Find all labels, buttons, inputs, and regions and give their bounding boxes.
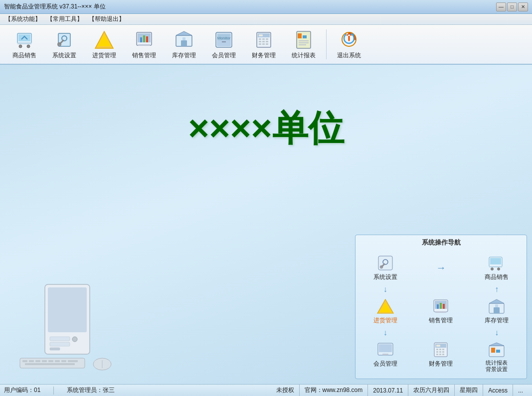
svg-rect-102 [491, 348, 495, 353]
nav-item-shopping[interactable]: 商品销售 [470, 251, 524, 284]
toolbar-btn-finance[interactable]: 财务管理 [244, 27, 283, 62]
toolbar-label-sales: 销售管理 [132, 51, 156, 60]
nav-label-purchase: 进货管理 [373, 316, 397, 325]
svg-rect-61 [25, 363, 75, 365]
menu-help[interactable]: 【帮助退出】 [86, 14, 128, 24]
nav-label-shopping: 商品销售 [485, 273, 509, 281]
toolbar-btn-inventory[interactable]: 库存管理 [165, 27, 203, 62]
toolbar-btn-shopping[interactable]: 商品销售 [5, 27, 44, 62]
nav-member-icon [375, 341, 395, 359]
svg-rect-69 [490, 258, 501, 264]
svg-point-71 [491, 267, 494, 270]
svg-rect-90 [436, 345, 440, 347]
nav-finance-icon [431, 341, 451, 359]
svg-rect-14 [140, 37, 142, 42]
maximize-button[interactable]: □ [507, 2, 517, 11]
close-button[interactable]: ✕ [518, 2, 528, 11]
exit-icon [338, 29, 360, 50]
svg-rect-58 [55, 360, 60, 362]
toolbar-btn-settings[interactable]: 系统设置 [45, 27, 84, 62]
svg-rect-50 [50, 348, 60, 350]
menu-system[interactable]: 【系统功能】 [2, 14, 44, 24]
nav-item-member[interactable]: 会员管理 [358, 338, 412, 376]
member-icon: Monitor [213, 29, 235, 50]
svg-rect-79 [440, 303, 442, 309]
svg-marker-18 [176, 31, 192, 35]
svg-rect-78 [437, 304, 439, 309]
computer-illustration [15, 274, 125, 374]
menu-bar: 【系统功能】 【常用工具】 【帮助退出】 [0, 14, 532, 25]
toolbar-label-report: 统计报表 [292, 51, 316, 60]
svg-rect-34 [266, 41, 268, 42]
svg-rect-99 [442, 354, 444, 355]
toolbar-label-member: 会员管理 [212, 51, 236, 60]
svg-rect-49 [50, 342, 70, 346]
status-lunar: 农历六月初四 [408, 385, 455, 396]
svg-marker-101 [489, 343, 504, 346]
svg-rect-87 [382, 354, 388, 355]
nav-panel-title: 系统操作导航 [358, 238, 524, 247]
toolbar-label-shopping: 商品销售 [12, 51, 36, 60]
finance-icon [253, 29, 275, 50]
toolbar-label-exit: 退出系统 [337, 51, 361, 60]
status-right-group: 未授权 官网：www.zn98.com 2013.07.11 农历六月初四 星期… [271, 385, 528, 396]
menu-tools[interactable]: 【常用工具】 [44, 14, 86, 24]
toolbar-btn-report[interactable]: 统计报表 [284, 27, 323, 62]
nav-item-sales[interactable]: 销售管理 [414, 294, 468, 328]
sales-icon [133, 29, 155, 50]
nav-item-report-bg[interactable]: 统计报表背景设置 [470, 338, 524, 376]
svg-rect-86 [379, 344, 392, 352]
svg-rect-40 [303, 35, 307, 38]
svg-rect-83 [494, 307, 500, 313]
svg-point-3 [19, 45, 22, 48]
toolbar-btn-member[interactable]: Monitor 会员管理 [204, 27, 243, 62]
nav-item-settings[interactable]: 系统设置 [358, 251, 412, 284]
shopping-icon [13, 29, 35, 50]
status-weekday: 星期四 [455, 385, 483, 396]
nav-sales-icon [431, 297, 451, 315]
svg-rect-103 [496, 350, 500, 353]
svg-rect-54 [29, 360, 34, 362]
nav-item-purchase[interactable]: 进货管理 [358, 294, 412, 328]
toolbar-label-settings: 系统设置 [52, 51, 76, 60]
nav-purchase-icon [375, 297, 395, 315]
svg-rect-20 [182, 37, 185, 40]
status-auth: 未授权 [271, 385, 300, 396]
svg-rect-37 [266, 43, 268, 45]
svg-rect-36 [262, 43, 265, 45]
svg-rect-25 [222, 41, 226, 42]
toolbar-btn-exit[interactable]: 退出系统 [330, 27, 368, 62]
title-bar: 智能食品业管理系统 v37.31--××× 单位 — □ ✕ [0, 0, 532, 14]
status-more[interactable]: ... [513, 385, 528, 396]
svg-rect-31 [266, 38, 268, 40]
toolbar: 商品销售 系统设置 进货管理 [0, 25, 532, 65]
toolbar-btn-purchase[interactable]: 进货管理 [85, 27, 124, 62]
minimize-button[interactable]: — [496, 2, 506, 11]
svg-rect-84 [495, 304, 498, 307]
svg-rect-94 [436, 351, 438, 353]
svg-rect-95 [439, 351, 441, 353]
nav-label-report-bg: 统计报表背景设置 [486, 360, 508, 373]
svg-rect-41 [299, 40, 309, 41]
status-date: 2013.07.11 [368, 385, 408, 396]
toolbar-btn-sales[interactable]: 销售管理 [125, 27, 164, 62]
status-bar: 用户编码：01 系统管理员：张三 未授权 官网：www.zn98.com 201… [0, 384, 532, 396]
svg-rect-35 [259, 43, 261, 45]
svg-rect-55 [35, 360, 40, 362]
svg-marker-82 [489, 299, 504, 303]
svg-rect-56 [42, 360, 47, 362]
status-db: Access [483, 385, 513, 396]
svg-text:Monitor: Monitor [217, 36, 231, 40]
svg-rect-43 [299, 44, 306, 45]
nav-item-inventory[interactable]: 库存管理 [470, 294, 524, 328]
status-user-name: 系统管理员：张三 [67, 386, 115, 395]
svg-rect-2 [17, 42, 31, 44]
nav-item-finance[interactable]: 财务管理 [414, 338, 468, 376]
svg-rect-29 [259, 38, 261, 40]
nav-inventory-icon [487, 297, 507, 315]
svg-point-72 [498, 267, 500, 270]
toolbar-label-inventory: 库存管理 [172, 51, 196, 60]
svg-rect-92 [439, 349, 441, 350]
svg-rect-80 [443, 304, 445, 309]
settings-icon [53, 29, 75, 50]
